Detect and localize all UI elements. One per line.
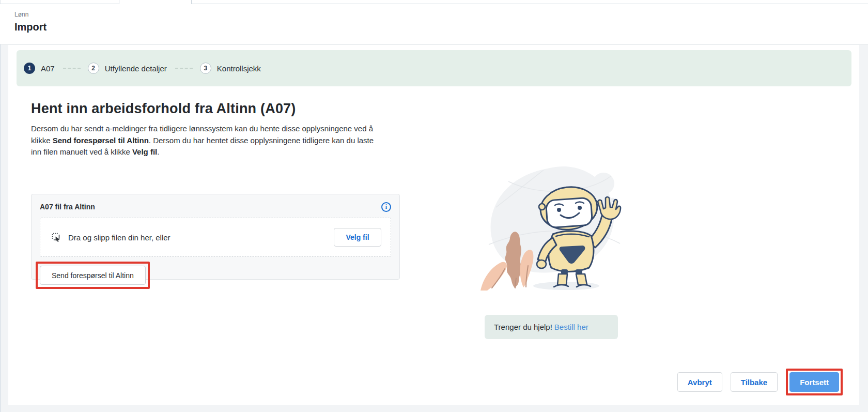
robot-illustration-svg — [465, 158, 630, 303]
window-left-edge — [1, 4, 1, 412]
browser-tab-active[interactable] — [119, 0, 192, 4]
help-order-link[interactable]: Bestill her — [554, 323, 588, 331]
step-2-circle: 2 — [88, 63, 99, 74]
help-text: Trenger du hjelp! — [494, 323, 552, 331]
step-3-circle: 3 — [200, 63, 211, 74]
annotation-box-send-request: Send forespørsel til Altinn — [36, 262, 150, 289]
paragraph-text: . — [157, 147, 159, 156]
stepper-step-detaljer[interactable]: 2 Utfyllende detaljer — [88, 63, 167, 74]
section-heading: Hent inn arbeidsforhold fra Altinn (A07) — [31, 101, 296, 117]
step-1-circle: 1 — [24, 63, 35, 74]
drag-drop-icon — [51, 232, 62, 243]
card-title: A07 fil fra Altinn — [40, 203, 95, 211]
stepper-connector — [175, 68, 193, 69]
cancel-button[interactable]: Avbryt — [677, 372, 722, 392]
browser-tab-inactive[interactable] — [0, 0, 119, 4]
tab-strip-filler — [192, 0, 868, 4]
step-1-label: A07 — [41, 64, 55, 73]
file-dropzone[interactable]: Dra og slipp filen din her, eller Velg f… — [40, 218, 391, 257]
wizard-stepper: 1 A07 2 Utfyllende detaljer 3 Kontrollsj… — [17, 50, 851, 86]
dropzone-label: Dra og slipp filen din her, eller — [68, 233, 334, 242]
intro-paragraph: Dersom du har sendt a-meldinger fra tidl… — [31, 123, 378, 158]
breadcrumb: Lønn — [14, 10, 868, 19]
paragraph-bold-velg: Velg fil — [132, 147, 157, 156]
paragraph-bold-send: Send forespørsel til Altinn — [53, 136, 149, 145]
choose-file-button[interactable]: Velg fil — [334, 228, 381, 247]
continue-button[interactable]: Fortsett — [789, 372, 839, 392]
page-title: Import — [14, 20, 868, 34]
back-button[interactable]: Tilbake — [731, 372, 778, 392]
stepper-step-kontrollsjekk[interactable]: 3 Kontrollsjekk — [200, 63, 261, 74]
info-icon[interactable]: i — [381, 202, 391, 212]
robot-mascot-illustration — [465, 158, 630, 303]
page-header: Lønn Import — [0, 4, 868, 44]
stepper-connector — [63, 68, 81, 69]
send-request-button[interactable]: Send forespørsel til Altinn — [40, 266, 146, 285]
browser-tab-strip — [0, 0, 868, 4]
annotation-box-continue: Fortsett — [786, 369, 843, 395]
help-banner: Trenger du hjelp! Bestill her — [485, 315, 618, 339]
stepper-step-a07[interactable]: 1 A07 — [24, 63, 55, 74]
a07-file-card: A07 fil fra Altinn i Dra og slipp filen … — [31, 194, 400, 280]
main-panel: 1 A07 2 Utfyllende detaljer 3 Kontrollsj… — [8, 45, 859, 405]
step-3-label: Kontrollsjekk — [217, 64, 261, 73]
wizard-footer: Avbryt Tilbake Fortsett — [677, 369, 843, 395]
step-2-label: Utfyllende detaljer — [105, 64, 167, 73]
